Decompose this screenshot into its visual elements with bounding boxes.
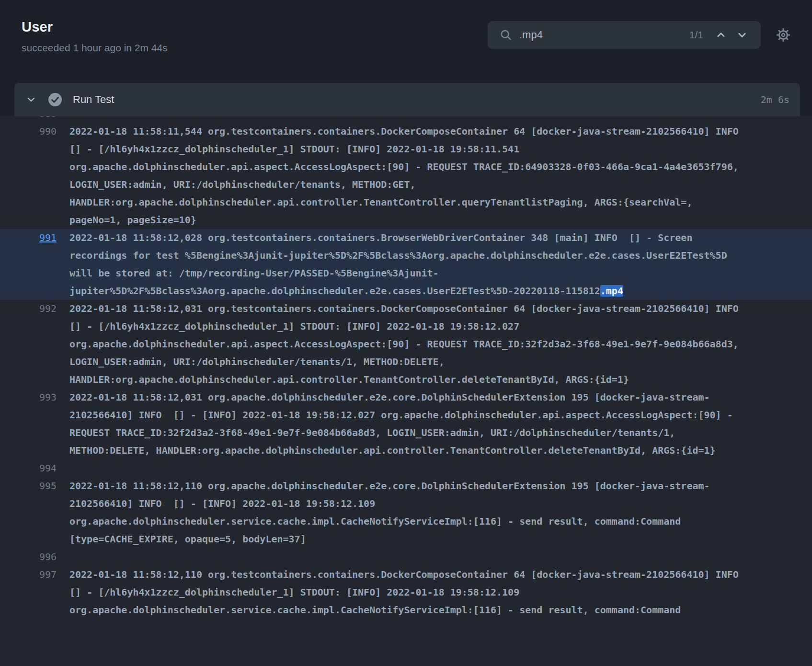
log-line: 9972022-01-18 11:58:12,110 org.testconta…	[0, 566, 812, 619]
log-text	[69, 459, 739, 477]
header-actions: 1/1	[488, 21, 791, 83]
log-text: 2022-01-18 11:58:11,544 org.testcontaine…	[69, 123, 739, 229]
search-match: .mp4	[600, 285, 623, 297]
step-name: Run Test	[73, 93, 114, 106]
search-input[interactable]	[518, 28, 683, 42]
log-text	[69, 116, 739, 123]
log-line: 9952022-01-18 11:58:12,110 org.apache.do…	[0, 477, 812, 548]
line-number[interactable]: 994	[35, 459, 57, 477]
search-icon	[500, 29, 512, 41]
collapse-chevron-icon[interactable]	[26, 94, 36, 105]
search-result-count: 1/1	[689, 29, 703, 41]
log-line: 9912022-01-18 11:58:12,028 org.testconta…	[0, 229, 812, 300]
line-number[interactable]: 996	[35, 548, 57, 566]
gear-icon	[775, 27, 791, 43]
line-number[interactable]: 992	[35, 300, 57, 318]
run-summary: User succeeded 1 hour ago in 2m 44s	[22, 17, 168, 83]
log-viewer[interactable]: 9899902022-01-18 11:58:11,544 org.testco…	[0, 116, 812, 666]
step-header-run-test[interactable]: Run Test 2m 6s	[14, 83, 800, 116]
log-line: 994	[0, 459, 812, 477]
line-number[interactable]: 990	[35, 123, 57, 140]
log-text: 2022-01-18 11:58:12,110 org.apache.dolph…	[69, 477, 739, 548]
log-text: 2022-01-18 11:58:12,110 org.testcontaine…	[69, 566, 739, 619]
log-text: 2022-01-18 11:58:12,031 org.testcontaine…	[69, 300, 739, 389]
log-line: 9902022-01-18 11:58:11,544 org.testconta…	[0, 123, 812, 229]
chevron-up-icon	[716, 30, 726, 40]
log-line: 9932022-01-18 11:58:12,031 org.apache.do…	[0, 389, 812, 459]
log-text	[69, 548, 739, 566]
search-next-button[interactable]	[735, 28, 749, 42]
page-title: User	[22, 19, 168, 35]
log-text: 2022-01-18 11:58:12,031 org.apache.dolph…	[69, 389, 739, 459]
log-search-box[interactable]: 1/1	[488, 21, 761, 49]
line-number[interactable]: 995	[35, 477, 57, 495]
line-number[interactable]: 991	[35, 229, 57, 247]
line-number[interactable]: 993	[35, 389, 57, 406]
line-number[interactable]: 989	[35, 116, 57, 123]
log-line: 989	[0, 116, 812, 123]
run-status-text: succeeded 1 hour ago in 2m 44s	[22, 42, 168, 54]
chevron-down-icon	[737, 30, 747, 40]
log-line: 996	[0, 548, 812, 566]
line-number[interactable]: 997	[35, 566, 57, 584]
log-line: 9922022-01-18 11:58:12,031 org.testconta…	[0, 300, 812, 389]
step-duration: 2m 6s	[761, 94, 789, 105]
check-circle-icon	[48, 92, 62, 107]
page-header: User succeeded 1 hour ago in 2m 44s 1/1	[0, 0, 812, 83]
log-settings-button[interactable]	[775, 27, 791, 43]
log-text: 2022-01-18 11:58:12,028 org.testcontaine…	[69, 229, 739, 300]
search-prev-button[interactable]	[714, 28, 728, 42]
